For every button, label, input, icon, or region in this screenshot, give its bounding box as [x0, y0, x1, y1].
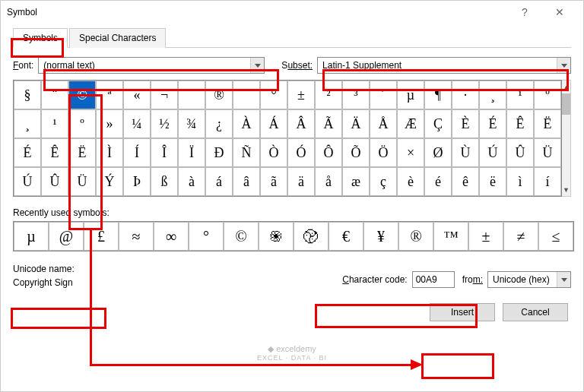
char-cell[interactable]: Ð	[205, 138, 233, 167]
insert-button[interactable]: Insert	[430, 303, 495, 321]
char-cell[interactable]: Ö	[370, 138, 397, 167]
char-cell[interactable]: À	[233, 109, 260, 138]
char-cell[interactable]: Ì	[96, 138, 123, 167]
char-cell[interactable]: Ü	[68, 167, 96, 196]
recent-cell[interactable]: ≠	[503, 222, 538, 251]
char-cell[interactable]: ¾	[178, 109, 205, 138]
char-cell[interactable]: °	[260, 81, 287, 109]
char-cell[interactable]: ½	[151, 109, 178, 138]
cancel-button[interactable]: Cancel	[503, 303, 568, 321]
char-cell[interactable]: Ò	[260, 138, 287, 167]
char-cell[interactable]: É	[14, 138, 41, 167]
char-cell[interactable]: ¿	[205, 109, 233, 138]
recent-cell[interactable]: ∞	[154, 222, 189, 251]
char-cell[interactable]: ¸	[14, 109, 41, 138]
char-cell[interactable]: æ	[342, 167, 370, 196]
char-cell[interactable]: Ú	[479, 138, 506, 167]
grid-scrollbar[interactable]: ▲ ▼	[562, 80, 571, 197]
char-cell[interactable]: Û	[506, 138, 534, 167]
char-cell[interactable]: ä	[287, 167, 315, 196]
char-cell[interactable]: Ê	[41, 138, 68, 167]
char-cell[interactable]: ¼	[123, 109, 151, 138]
char-cell[interactable]: Ï	[178, 138, 205, 167]
tab-special-characters[interactable]: Special Characters	[69, 28, 166, 48]
char-cell[interactable]: Ø	[424, 138, 452, 167]
tab-symbols[interactable]: Symbols	[13, 28, 68, 48]
char-cell[interactable]: ±	[287, 81, 315, 109]
char-cell[interactable]: Ü	[534, 138, 561, 167]
recent-cell[interactable]: µ	[14, 222, 49, 251]
char-cell[interactable]: Ä	[342, 109, 370, 138]
char-cell[interactable]: Æ	[397, 109, 424, 138]
char-cell[interactable]: á	[205, 167, 233, 196]
recent-cell[interactable]: €	[328, 222, 363, 251]
close-button[interactable]: ✕	[542, 1, 577, 24]
chevron-down-icon[interactable]	[557, 272, 570, 287]
char-cell[interactable]: ²	[315, 81, 342, 109]
recent-cell[interactable]: ≤	[538, 222, 573, 251]
char-cell[interactable]: è	[397, 167, 424, 196]
scroll-thumb[interactable]	[562, 93, 570, 115]
char-cell[interactable]: Â	[287, 109, 315, 138]
char-cell[interactable]: ·	[452, 81, 479, 109]
character-code-input[interactable]	[412, 271, 455, 288]
recent-cell[interactable]: ™	[433, 222, 468, 251]
char-cell[interactable]: Ù	[452, 138, 479, 167]
char-cell[interactable]: Í	[123, 138, 151, 167]
char-cell[interactable]: ë	[479, 167, 506, 196]
char-cell[interactable]: «	[123, 81, 151, 109]
scroll-up-icon[interactable]: ▲	[562, 81, 570, 93]
char-cell[interactable]: µ	[397, 81, 424, 109]
char-cell[interactable]: í	[534, 167, 561, 196]
char-cell[interactable]: ³	[342, 81, 370, 109]
recent-cell[interactable]: ≈	[119, 222, 154, 251]
char-cell[interactable]: ¬	[151, 81, 178, 109]
char-cell[interactable]: ì	[506, 167, 534, 196]
char-cell[interactable]: Ý	[96, 167, 123, 196]
recent-cell[interactable]: ±	[468, 222, 503, 251]
char-cell[interactable]: Ñ	[233, 138, 260, 167]
chevron-down-icon[interactable]	[557, 58, 570, 73]
char-cell[interactable]: ¹	[41, 109, 68, 138]
char-cell[interactable]: º	[68, 109, 96, 138]
font-combobox[interactable]: (normal text)	[38, 57, 265, 74]
char-cell[interactable]: »	[96, 109, 123, 138]
recent-cell[interactable]: ֍	[259, 222, 294, 251]
char-cell[interactable]: ¸	[479, 81, 506, 109]
recent-cell[interactable]: ¥	[363, 222, 398, 251]
char-cell[interactable]: Á	[260, 109, 287, 138]
char-cell[interactable]: Û	[41, 167, 68, 196]
from-combobox[interactable]: Unicode (hex)	[487, 271, 571, 288]
char-cell[interactable]: º	[534, 81, 561, 109]
chevron-down-icon[interactable]	[250, 58, 264, 73]
char-cell[interactable]: §	[14, 81, 41, 109]
recent-cell[interactable]: ®	[398, 222, 433, 251]
char-cell[interactable]: ©	[68, 81, 96, 109]
char-cell[interactable]: ê	[452, 167, 479, 196]
help-button[interactable]: ?	[507, 1, 542, 24]
char-cell[interactable]: Î	[151, 138, 178, 167]
char-cell[interactable]: Õ	[342, 138, 370, 167]
char-cell[interactable]: ¯	[233, 81, 260, 109]
char-cell[interactable]: Ë	[68, 138, 96, 167]
char-cell[interactable]: ß	[151, 167, 178, 196]
char-cell[interactable]: â	[233, 167, 260, 196]
char-cell[interactable]: ¹	[506, 81, 534, 109]
char-cell[interactable]: Ê	[506, 109, 534, 138]
char-cell[interactable]: ×	[397, 138, 424, 167]
char-cell[interactable]: ¶	[424, 81, 452, 109]
char-cell[interactable]: ®	[205, 81, 233, 109]
char-cell[interactable]: Ú	[14, 167, 41, 196]
recent-cell[interactable]: @	[49, 222, 84, 251]
char-cell[interactable]: Ë	[534, 109, 561, 138]
char-cell[interactable]: Ô	[315, 138, 342, 167]
char-cell[interactable]: Ã	[315, 109, 342, 138]
char-cell[interactable]: Ó	[287, 138, 315, 167]
char-cell[interactable]: Ç	[424, 109, 452, 138]
char-cell[interactable]: ç	[370, 167, 397, 196]
char-cell[interactable]: ­	[178, 81, 205, 109]
char-cell[interactable]: Å	[370, 109, 397, 138]
recent-cell[interactable]: °	[189, 222, 224, 251]
subset-combobox[interactable]: Latin-1 Supplement	[317, 57, 571, 74]
char-cell[interactable]: ª	[96, 81, 123, 109]
